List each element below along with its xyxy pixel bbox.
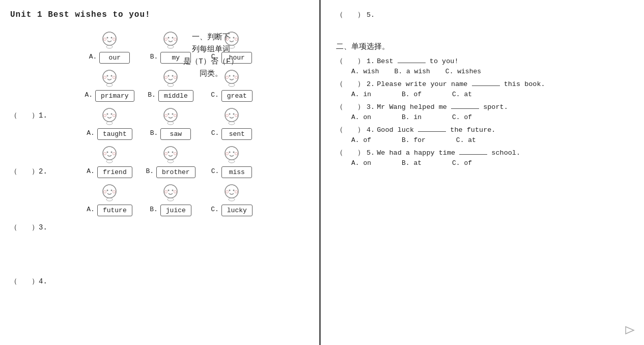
svg-point-61	[168, 152, 170, 153]
question-1: （ ） 1. Best to you! A. wish B. a wish C.…	[336, 56, 634, 75]
top-item-5: （ ） 5.	[336, 10, 634, 19]
svg-point-42	[164, 108, 177, 122]
svg-point-68	[233, 152, 235, 153]
svg-point-13	[229, 37, 231, 39]
svg-point-73	[107, 190, 108, 191]
word-item: B. juice	[143, 183, 199, 216]
baby-face-icon	[160, 107, 181, 128]
left-item-4: （ ）4.	[10, 277, 47, 286]
svg-point-20	[111, 75, 113, 77]
svg-point-26	[172, 75, 174, 77]
baby-face-icon	[221, 31, 242, 52]
svg-point-32	[233, 75, 235, 77]
baby-face-icon	[99, 31, 120, 52]
baby-face-icon	[221, 145, 242, 166]
svg-point-16	[235, 38, 238, 41]
svg-point-34	[235, 76, 238, 79]
svg-point-19	[107, 75, 108, 77]
word-item: C. great	[204, 69, 260, 102]
svg-point-88	[235, 191, 238, 193]
svg-point-60	[164, 147, 177, 160]
right-panel: （ ） 5. 二、单项选择。 （ ） 1. Best to you! A. wi…	[321, 0, 644, 345]
svg-point-28	[174, 76, 177, 79]
baby-face-icon	[160, 69, 181, 90]
svg-point-55	[107, 152, 108, 153]
word-item: A. our	[81, 31, 137, 64]
svg-point-54	[103, 147, 116, 160]
nav-arrow-area[interactable]	[623, 325, 637, 338]
svg-point-53	[229, 122, 235, 125]
svg-point-14	[233, 37, 235, 39]
svg-point-18	[103, 70, 116, 83]
left-item-1: （ ）1.	[10, 111, 47, 120]
svg-point-41	[106, 122, 113, 125]
word-item: C. sent	[204, 107, 260, 140]
svg-point-33	[226, 76, 229, 79]
svg-point-27	[165, 76, 167, 79]
baby-face-icon	[99, 145, 120, 166]
svg-point-64	[174, 153, 177, 155]
svg-point-50	[233, 113, 235, 115]
svg-point-62	[172, 152, 174, 153]
svg-point-76	[113, 191, 116, 193]
svg-point-84	[225, 185, 238, 198]
section2-header: 二、单项选择。	[336, 42, 634, 51]
svg-point-57	[104, 153, 106, 155]
svg-point-39	[104, 114, 106, 117]
word-row-1: A. our B. my	[81, 31, 316, 64]
word-row-5: A. future B. juice	[81, 183, 316, 216]
svg-point-30	[225, 70, 238, 83]
word-item: A. primary	[81, 69, 137, 102]
svg-point-46	[174, 114, 177, 117]
svg-point-69	[226, 153, 229, 155]
svg-point-0	[103, 32, 116, 45]
svg-point-22	[113, 76, 116, 79]
svg-point-66	[225, 147, 238, 160]
svg-point-85	[229, 190, 231, 191]
svg-point-4	[113, 38, 116, 41]
baby-face-icon	[160, 31, 181, 52]
svg-point-44	[172, 113, 174, 115]
svg-marker-90	[626, 327, 634, 334]
baby-face-icon	[160, 145, 181, 166]
svg-point-21	[104, 76, 106, 79]
svg-point-70	[235, 153, 238, 155]
svg-point-89	[229, 198, 235, 201]
svg-point-35	[229, 83, 235, 87]
svg-point-49	[229, 113, 231, 115]
svg-point-83	[167, 198, 174, 201]
svg-point-74	[111, 190, 113, 191]
svg-point-3	[104, 38, 106, 41]
svg-point-5	[106, 45, 113, 48]
baby-face-icon	[99, 69, 120, 90]
svg-point-48	[225, 108, 238, 122]
next-arrow-icon[interactable]	[623, 325, 637, 336]
svg-point-81	[165, 191, 167, 193]
word-item: B. middle	[143, 69, 199, 102]
svg-point-29	[167, 83, 174, 87]
word-item: B. brother	[143, 145, 199, 178]
svg-point-52	[235, 114, 238, 117]
word-item: A. taught	[81, 107, 137, 140]
word-item: B. my	[143, 31, 199, 64]
svg-point-37	[107, 113, 108, 115]
svg-point-77	[106, 198, 113, 201]
svg-point-86	[233, 190, 235, 191]
left-item-2: （ ）2.	[10, 167, 47, 176]
baby-face-icon	[99, 183, 120, 205]
svg-point-40	[113, 114, 116, 117]
svg-point-11	[167, 45, 174, 48]
svg-point-15	[226, 38, 229, 41]
svg-point-47	[167, 122, 174, 125]
svg-point-56	[111, 152, 113, 153]
word-item: A. friend	[81, 145, 137, 178]
word-item: C. lucky	[204, 183, 260, 216]
word-row-3: A. taught B. saw	[81, 107, 316, 140]
svg-point-1	[107, 37, 108, 39]
svg-point-82	[174, 191, 177, 193]
left-panel: Unit 1 Best wishes to you! 一、判断下 列每组单词 是…	[0, 0, 321, 345]
word-item: C. miss	[204, 145, 260, 178]
baby-face-icon	[99, 107, 120, 128]
svg-point-75	[104, 191, 106, 193]
svg-point-8	[172, 37, 174, 39]
